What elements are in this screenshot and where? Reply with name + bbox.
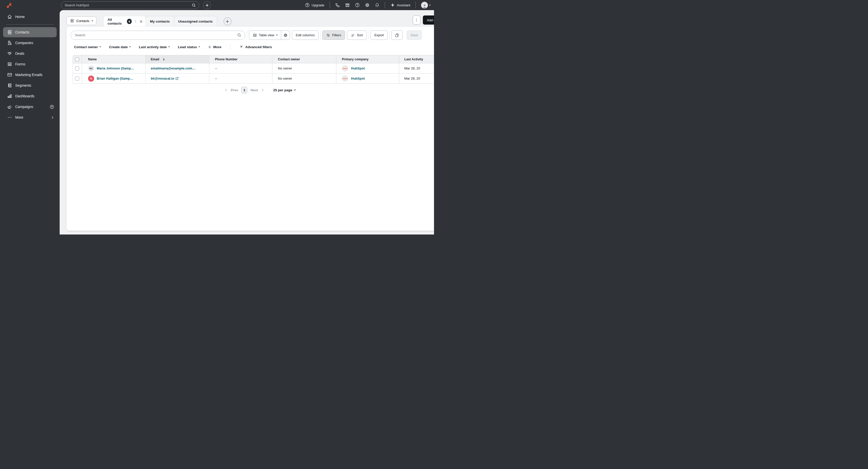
filter-last-activity-date[interactable]: Last activity date▾ xyxy=(139,45,169,49)
sparkle-icon xyxy=(390,3,395,7)
table-search[interactable] xyxy=(70,31,245,40)
filter-lead-status[interactable]: Lead status▾ xyxy=(178,45,200,49)
global-create-button[interactable] xyxy=(203,1,211,9)
sidebar-item-campaigns[interactable]: Campaigns xyxy=(3,102,57,112)
filters-button[interactable]: Filters xyxy=(322,30,345,40)
last-activity-cell: Mar 28, 20 xyxy=(399,63,434,73)
divider xyxy=(330,2,330,8)
table-search-input[interactable] xyxy=(75,33,237,37)
table-toolbar: Table view ▾ Edit columns Filters xyxy=(66,27,434,40)
row-select-cell xyxy=(73,73,82,83)
page-options-kebab-button[interactable] xyxy=(413,15,421,25)
row-checkbox[interactable] xyxy=(75,76,79,80)
last-activity-cell: Mar 28, 20 xyxy=(399,73,434,83)
tab-unassigned-contacts[interactable]: Unassigned contacts xyxy=(174,16,217,27)
email-cell: bh@novacal.io xyxy=(146,73,209,83)
topnav-actions: Upgrade Assistant xyxy=(305,0,430,10)
company-cell: HubSpot HubSpot xyxy=(336,63,399,73)
plus-icon xyxy=(208,45,211,49)
sidebar-item-forms[interactable]: Forms xyxy=(3,59,57,69)
contact-name-link[interactable]: Maria Johnson (Samp… xyxy=(97,66,134,70)
contact-email-link[interactable]: bh@novacal.io xyxy=(151,76,174,80)
page-number-button[interactable]: 1 xyxy=(241,87,247,94)
export-button[interactable]: Export xyxy=(371,30,388,40)
upgrade-button[interactable]: Upgrade xyxy=(305,3,324,7)
table-view-icon xyxy=(253,33,257,37)
add-contacts-button[interactable]: Add contacts ▾ xyxy=(423,15,434,25)
assistant-button[interactable]: Assistant xyxy=(390,3,410,7)
filter-create-date[interactable]: Create date▾ xyxy=(109,45,131,49)
column-header-last-activity[interactable]: Last Activity xyxy=(399,55,434,63)
close-tab-icon[interactable] xyxy=(140,20,143,23)
chevron-right-icon xyxy=(51,116,54,119)
email-icon xyxy=(7,72,13,77)
sidebar-item-home[interactable]: Home xyxy=(3,12,57,22)
prev-page-button[interactable]: Prev xyxy=(224,88,238,92)
tab-all-contacts[interactable]: All contacts 9 xyxy=(103,16,146,27)
chevron-down-icon: ▾ xyxy=(199,46,200,48)
column-header-company[interactable]: Primary company xyxy=(336,55,399,63)
sidebar-item-marketing-emails[interactable]: Marketing Emails xyxy=(3,70,57,80)
sort-button[interactable]: Sort xyxy=(347,30,367,40)
name-cell: N Brian Halligan (Samp… xyxy=(82,73,146,83)
row-checkbox[interactable] xyxy=(75,66,79,70)
ellipsis-icon xyxy=(7,115,13,120)
divider xyxy=(230,44,230,50)
contact-name-link[interactable]: Brian Halligan (Samp… xyxy=(97,76,133,80)
owner-cell: No owner xyxy=(272,63,336,73)
account-menu[interactable]: ▾ xyxy=(421,2,430,9)
contacts-view-card: Table view ▾ Edit columns Filters xyxy=(66,27,434,231)
company-link[interactable]: HubSpot xyxy=(351,66,365,70)
object-switcher-button[interactable]: Contacts ▾ xyxy=(66,16,96,25)
sidebar-item-segments[interactable]: Segments xyxy=(3,80,57,91)
filter-contact-owner[interactable]: Contact owner▾ xyxy=(74,45,101,49)
select-all-cell xyxy=(73,55,82,63)
contacts-icon xyxy=(7,30,13,35)
tab-my-contacts[interactable]: My contacts xyxy=(146,16,174,27)
email-cell: emailmaria@example.com… xyxy=(146,63,209,73)
divider xyxy=(389,31,390,40)
company-logo: HubSpot xyxy=(342,75,348,81)
add-view-button[interactable] xyxy=(224,18,231,25)
contact-email-link[interactable]: emailmaria@example.com… xyxy=(151,66,195,70)
sidebar-item-dashboards[interactable]: Dashboards xyxy=(3,91,57,101)
sidebar-item-deals[interactable]: Deals xyxy=(3,48,57,59)
segments-icon xyxy=(7,83,13,88)
hubspot-logo[interactable] xyxy=(6,2,12,8)
companies-icon xyxy=(7,40,13,45)
sidebar-item-more[interactable]: More xyxy=(3,112,57,123)
tab-options-kebab-icon[interactable] xyxy=(134,20,137,23)
home-icon xyxy=(7,14,13,19)
company-link[interactable]: HubSpot xyxy=(351,76,365,80)
advanced-filters-icon xyxy=(239,45,243,49)
more-filters-button[interactable]: More xyxy=(208,45,221,49)
view-settings-gear-button[interactable] xyxy=(281,30,290,40)
edit-columns-button[interactable]: Edit columns xyxy=(292,30,318,40)
phone-cell: -- xyxy=(209,63,272,73)
column-header-email[interactable]: Email xyxy=(146,55,209,63)
chevron-down-icon: ▾ xyxy=(294,89,296,91)
divider xyxy=(415,2,416,8)
help-icon[interactable] xyxy=(355,3,360,7)
clone-view-button[interactable] xyxy=(391,30,403,40)
sidebar-item-contacts[interactable]: Contacts xyxy=(3,27,57,37)
notifications-icon[interactable] xyxy=(375,3,379,7)
table-view-dropdown[interactable]: Table view ▾ xyxy=(249,30,281,40)
select-all-checkbox[interactable] xyxy=(75,57,79,61)
global-search[interactable] xyxy=(61,1,199,9)
sidebar-item-companies[interactable]: Companies xyxy=(3,38,57,48)
advanced-filters-button[interactable]: Advanced filters xyxy=(239,45,272,49)
column-header-owner[interactable]: Contact owner xyxy=(272,55,336,63)
save-view-button[interactable]: Save xyxy=(407,30,422,40)
per-page-dropdown[interactable]: 25 per page ▾ xyxy=(273,88,296,92)
calling-icon[interactable] xyxy=(335,3,340,7)
global-search-input[interactable] xyxy=(65,3,192,7)
settings-icon[interactable] xyxy=(365,3,370,7)
column-header-name[interactable]: Name xyxy=(82,55,146,63)
upgrade-circle-icon xyxy=(50,105,54,109)
search-icon xyxy=(192,3,196,7)
marketplace-icon[interactable] xyxy=(345,3,350,7)
column-header-phone[interactable]: Phone Number xyxy=(209,55,272,63)
chevron-down-icon: ▾ xyxy=(168,46,169,48)
next-page-button[interactable]: Next xyxy=(250,88,264,92)
